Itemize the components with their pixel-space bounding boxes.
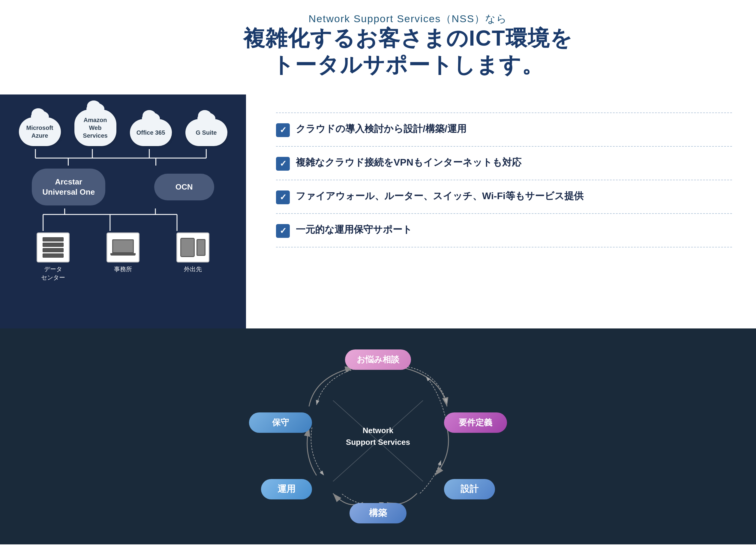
network-row: ArcstarUniversal One OCN (12, 169, 234, 206)
feature-text-4: 一元的な運用保守サポート (296, 223, 412, 236)
header-title-line2: トータルサポートします。 (60, 51, 756, 79)
main-content: MicrosoftAzure AmazonWebServices Office … (0, 94, 756, 328)
network-arcstar: ArcstarUniversal One (32, 169, 105, 206)
laptop-screen (112, 239, 134, 253)
check-mark-1: ✓ (280, 125, 287, 135)
header-subtitle: Network Support Services（NSS）なら (60, 12, 756, 26)
diagram-area: MicrosoftAzure AmazonWebServices Office … (0, 94, 246, 328)
cycle-node-bottom-right: 設計 (444, 479, 495, 499)
feature-item-1: ✓ クラウドの導入検討から設計/構築/運用 (276, 112, 732, 147)
feature-item-3: ✓ ファイアウォール、ルーター、スイッチ、Wi-Fi等もサービス提供 (276, 180, 732, 214)
phone-shape (197, 239, 205, 256)
feature-item-4: ✓ 一元的な運用保守サポート (276, 214, 732, 247)
feature-item-2: ✓ 複雑なクラウド接続をVPNもインターネットも対応 (276, 147, 732, 180)
cloud-office-365: Office 365 (130, 119, 172, 146)
clouds-row: MicrosoftAzure AmazonWebServices Office … (9, 109, 237, 146)
check-box-3: ✓ (276, 190, 290, 204)
device-office: 事務所 (107, 232, 139, 273)
laptop-icon (110, 239, 136, 256)
check-box-4: ✓ (276, 224, 290, 238)
cycle-center-label: NetworkSupport Services (346, 425, 410, 448)
tablet-shape (180, 238, 195, 257)
check-mark-4: ✓ (280, 226, 287, 236)
network-ocn: OCN (154, 174, 214, 201)
check-mark-3: ✓ (280, 192, 287, 202)
device-label-datacenter: データセンター (41, 265, 65, 282)
header-title-line1: 複雑化するお客さまのICT環境を (60, 26, 756, 51)
cycle-node-top: お悩み相談 (345, 349, 411, 370)
features-area: ✓ クラウドの導入検討から設計/構築/運用 ✓ 複雑なクラウド接続をVPNもイン… (246, 94, 756, 328)
server-row-4 (43, 253, 64, 258)
server-icon-box (37, 232, 70, 262)
check-mark-2: ✓ (280, 159, 287, 169)
server-icon (43, 237, 64, 258)
cycle-node-bottom: 構築 (349, 503, 407, 523)
network-device-arrows-svg (15, 208, 231, 231)
cycle-node-left: 保守 (249, 412, 312, 433)
server-row-1 (43, 237, 64, 241)
feature-text-3: ファイアウォール、ルーター、スイッチ、Wi-Fi等もサービス提供 (296, 189, 583, 203)
cloud-microsoft-azure: MicrosoftAzure (19, 117, 61, 146)
device-remote: 外出先 (176, 232, 209, 273)
cycle-node-bottom-left: 運用 (261, 479, 312, 499)
laptop-base (110, 253, 136, 256)
cloud-arrows-svg (13, 149, 233, 166)
cycle-node-right: 要件定義 (444, 412, 507, 433)
check-box-2: ✓ (276, 157, 290, 171)
cycle-diagram: お悩み相談 要件定義 設計 構築 運用 保守 NetworkSupport Se… (243, 346, 513, 526)
feature-text-1: クラウドの導入検討から設計/構築/運用 (296, 122, 467, 136)
device-label-remote: 外出先 (184, 265, 202, 273)
cloud-amazon-web-services: AmazonWebServices (74, 109, 116, 146)
feature-text-2: 複雑なクラウド接続をVPNもインターネットも対応 (296, 156, 521, 169)
mobile-icon-box (176, 232, 209, 262)
header-section: Network Support Services（NSS）なら 複雑化するお客さ… (60, 0, 756, 88)
laptop-icon-box (107, 232, 139, 262)
bottom-section: お悩み相談 要件定義 設計 構築 運用 保守 NetworkSupport Se… (0, 328, 756, 544)
check-box-1: ✓ (276, 123, 290, 137)
server-row-2 (43, 243, 64, 247)
device-label-office: 事務所 (114, 265, 132, 273)
server-row-3 (43, 248, 64, 252)
device-data-center: データセンター (37, 232, 70, 282)
cloud-g-suite: G Suite (185, 119, 227, 146)
devices-row: データセンター 事務所 (9, 232, 237, 282)
mobile-icon (180, 238, 205, 257)
